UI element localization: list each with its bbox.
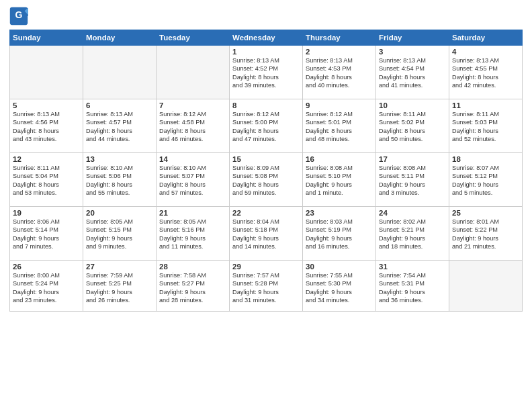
day-info: Sunrise: 8:13 AM Sunset: 4:57 PM Dayligh…: [86, 110, 153, 144]
day-info: Sunrise: 8:00 AM Sunset: 5:24 PM Dayligh…: [13, 271, 80, 305]
calendar-cell: 23Sunrise: 8:03 AM Sunset: 5:19 PM Dayli…: [303, 207, 376, 261]
day-number: 8: [232, 101, 300, 109]
calendar-cell: [10, 46, 83, 99]
day-info: Sunrise: 8:04 AM Sunset: 5:18 PM Dayligh…: [232, 218, 300, 251]
calendar-cell: 9Sunrise: 8:12 AM Sunset: 5:01 PM Daylig…: [303, 99, 376, 153]
calendar-cell: 30Sunrise: 7:55 AM Sunset: 5:30 PM Dayli…: [303, 261, 376, 312]
day-number: 20: [86, 209, 153, 217]
calendar-cell: 29Sunrise: 7:57 AM Sunset: 5:28 PM Dayli…: [230, 261, 303, 312]
calendar-cell: 15Sunrise: 8:09 AM Sunset: 5:08 PM Dayli…: [230, 153, 303, 207]
day-info: Sunrise: 8:13 AM Sunset: 4:52 PM Dayligh…: [232, 56, 300, 90]
day-number: 9: [306, 101, 373, 109]
day-number: 30: [306, 263, 373, 271]
calendar-cell: 3Sunrise: 8:13 AM Sunset: 4:54 PM Daylig…: [376, 46, 449, 99]
day-info: Sunrise: 8:03 AM Sunset: 5:19 PM Dayligh…: [306, 218, 373, 251]
calendar-cell: 21Sunrise: 8:05 AM Sunset: 5:16 PM Dayli…: [157, 207, 230, 261]
day-info: Sunrise: 8:12 AM Sunset: 4:58 PM Dayligh…: [159, 110, 226, 144]
day-number: 11: [452, 101, 519, 109]
weekday-header-tuesday: Tuesday: [157, 30, 230, 46]
day-number: 31: [379, 263, 446, 271]
calendar-cell: 2Sunrise: 8:13 AM Sunset: 4:53 PM Daylig…: [303, 46, 376, 99]
day-info: Sunrise: 7:54 AM Sunset: 5:31 PM Dayligh…: [379, 271, 446, 305]
day-number: 19: [13, 209, 80, 217]
day-info: Sunrise: 8:07 AM Sunset: 5:12 PM Dayligh…: [452, 164, 519, 197]
calendar-cell: 13Sunrise: 8:10 AM Sunset: 5:06 PM Dayli…: [83, 153, 157, 207]
calendar-cell: 5Sunrise: 8:13 AM Sunset: 4:56 PM Daylig…: [10, 99, 83, 153]
calendar-cell: 8Sunrise: 8:12 AM Sunset: 5:00 PM Daylig…: [230, 99, 303, 153]
day-number: 26: [13, 263, 80, 271]
day-number: 17: [379, 155, 446, 163]
day-number: 21: [159, 209, 226, 217]
day-info: Sunrise: 7:55 AM Sunset: 5:30 PM Dayligh…: [306, 271, 373, 305]
day-info: Sunrise: 8:01 AM Sunset: 5:22 PM Dayligh…: [452, 218, 519, 251]
day-info: Sunrise: 8:12 AM Sunset: 5:01 PM Dayligh…: [306, 110, 373, 144]
calendar-cell: 10Sunrise: 8:11 AM Sunset: 5:02 PM Dayli…: [376, 99, 449, 153]
calendar-cell: 27Sunrise: 7:59 AM Sunset: 5:25 PM Dayli…: [83, 261, 157, 312]
day-info: Sunrise: 8:13 AM Sunset: 4:53 PM Dayligh…: [306, 56, 373, 90]
calendar-cell: 14Sunrise: 8:10 AM Sunset: 5:07 PM Dayli…: [157, 153, 230, 207]
week-row-5: 26Sunrise: 8:00 AM Sunset: 5:24 PM Dayli…: [10, 261, 523, 312]
day-info: Sunrise: 8:12 AM Sunset: 5:00 PM Dayligh…: [232, 110, 300, 144]
day-info: Sunrise: 8:08 AM Sunset: 5:11 PM Dayligh…: [379, 164, 446, 197]
day-number: 6: [86, 101, 153, 109]
svg-text:G: G: [15, 9, 23, 20]
calendar-cell: 28Sunrise: 7:58 AM Sunset: 5:27 PM Dayli…: [157, 261, 230, 312]
day-info: Sunrise: 8:08 AM Sunset: 5:10 PM Dayligh…: [306, 164, 373, 197]
day-number: 5: [13, 101, 80, 109]
day-number: 18: [452, 155, 519, 163]
calendar-cell: 6Sunrise: 8:13 AM Sunset: 4:57 PM Daylig…: [83, 99, 157, 153]
day-info: Sunrise: 8:13 AM Sunset: 4:54 PM Dayligh…: [379, 56, 446, 90]
day-number: 24: [379, 209, 446, 217]
day-number: 4: [452, 48, 519, 56]
page: G SundayMondayTuesdayWednesdayThursdayFr…: [0, 0, 532, 411]
day-number: 23: [306, 209, 373, 217]
weekday-header-row: SundayMondayTuesdayWednesdayThursdayFrid…: [10, 30, 523, 46]
day-info: Sunrise: 8:05 AM Sunset: 5:16 PM Dayligh…: [159, 218, 226, 251]
header: G: [9, 7, 523, 26]
day-info: Sunrise: 8:09 AM Sunset: 5:08 PM Dayligh…: [232, 164, 300, 197]
calendar-cell: 18Sunrise: 8:07 AM Sunset: 5:12 PM Dayli…: [449, 153, 523, 207]
calendar-cell: 31Sunrise: 7:54 AM Sunset: 5:31 PM Dayli…: [376, 261, 449, 312]
week-row-3: 12Sunrise: 8:11 AM Sunset: 5:04 PM Dayli…: [10, 153, 523, 207]
calendar: SundayMondayTuesdayWednesdayThursdayFrid…: [9, 30, 523, 312]
calendar-cell: 11Sunrise: 8:11 AM Sunset: 5:03 PM Dayli…: [449, 99, 523, 153]
day-info: Sunrise: 7:59 AM Sunset: 5:25 PM Dayligh…: [86, 271, 153, 305]
day-number: 3: [379, 48, 446, 56]
day-info: Sunrise: 8:06 AM Sunset: 5:14 PM Dayligh…: [13, 218, 80, 251]
week-row-1: 1Sunrise: 8:13 AM Sunset: 4:52 PM Daylig…: [10, 46, 523, 99]
day-info: Sunrise: 8:05 AM Sunset: 5:15 PM Dayligh…: [86, 218, 153, 251]
day-info: Sunrise: 8:11 AM Sunset: 5:02 PM Dayligh…: [379, 110, 446, 144]
logo: G: [9, 7, 31, 26]
calendar-cell: 19Sunrise: 8:06 AM Sunset: 5:14 PM Dayli…: [10, 207, 83, 261]
day-info: Sunrise: 8:11 AM Sunset: 5:03 PM Dayligh…: [452, 110, 519, 144]
day-number: 22: [232, 209, 300, 217]
weekday-header-sunday: Sunday: [10, 30, 83, 46]
day-number: 28: [159, 263, 226, 271]
day-number: 1: [232, 48, 300, 56]
calendar-cell: 12Sunrise: 8:11 AM Sunset: 5:04 PM Dayli…: [10, 153, 83, 207]
day-info: Sunrise: 8:13 AM Sunset: 4:55 PM Dayligh…: [452, 56, 519, 90]
day-number: 7: [159, 101, 226, 109]
calendar-cell: 25Sunrise: 8:01 AM Sunset: 5:22 PM Dayli…: [449, 207, 523, 261]
calendar-cell: 24Sunrise: 8:02 AM Sunset: 5:21 PM Dayli…: [376, 207, 449, 261]
day-number: 15: [232, 155, 300, 163]
calendar-cell: 26Sunrise: 8:00 AM Sunset: 5:24 PM Dayli…: [10, 261, 83, 312]
weekday-header-saturday: Saturday: [449, 30, 523, 46]
calendar-cell: 22Sunrise: 8:04 AM Sunset: 5:18 PM Dayli…: [230, 207, 303, 261]
day-info: Sunrise: 7:57 AM Sunset: 5:28 PM Dayligh…: [232, 271, 300, 305]
weekday-header-monday: Monday: [83, 30, 157, 46]
day-number: 25: [452, 209, 519, 217]
day-info: Sunrise: 8:11 AM Sunset: 5:04 PM Dayligh…: [13, 164, 80, 197]
weekday-header-wednesday: Wednesday: [230, 30, 303, 46]
day-number: 12: [13, 155, 80, 163]
weekday-header-thursday: Thursday: [303, 30, 376, 46]
day-info: Sunrise: 8:10 AM Sunset: 5:06 PM Dayligh…: [86, 164, 153, 197]
calendar-cell: [157, 46, 230, 99]
day-number: 27: [86, 263, 153, 271]
calendar-cell: 17Sunrise: 8:08 AM Sunset: 5:11 PM Dayli…: [376, 153, 449, 207]
day-info: Sunrise: 8:02 AM Sunset: 5:21 PM Dayligh…: [379, 218, 446, 251]
calendar-cell: [83, 46, 157, 99]
day-number: 16: [306, 155, 373, 163]
day-info: Sunrise: 7:58 AM Sunset: 5:27 PM Dayligh…: [159, 271, 226, 305]
day-info: Sunrise: 8:13 AM Sunset: 4:56 PM Dayligh…: [13, 110, 80, 144]
